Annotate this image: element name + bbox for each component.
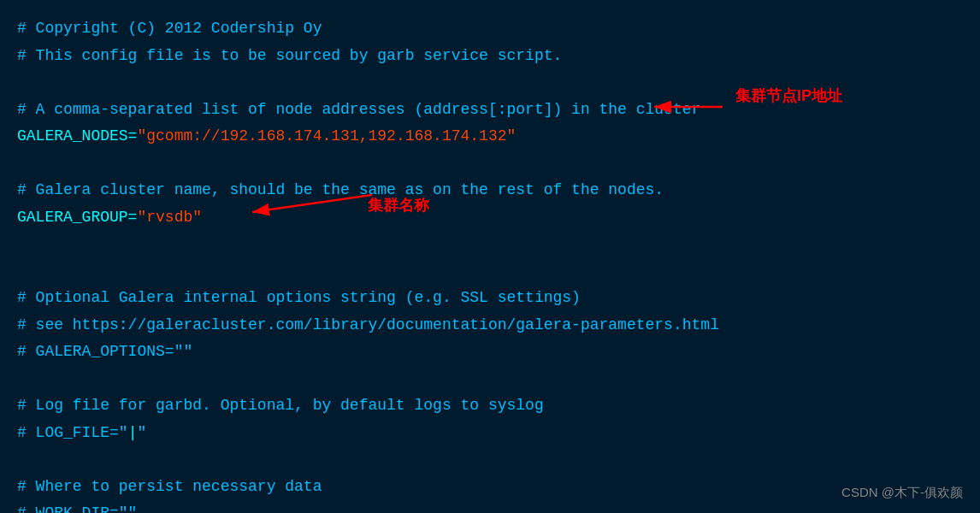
galera-group-val: "rvsdb"	[137, 209, 202, 226]
blank-3	[17, 231, 963, 258]
galera-group-key: GALERA_GROUP=	[17, 209, 137, 226]
galera-nodes-key: GALERA_NODES=	[17, 127, 137, 144]
ip-arrow	[646, 90, 731, 124]
watermark: CSDN @木下-俱欢颜	[841, 485, 963, 501]
galera-nodes-val: "gcomm://192.168.174.131,192.168.174.132…	[137, 127, 516, 144]
line-12: # see https://galeracluster.com/library/…	[17, 312, 963, 339]
blank-2	[17, 150, 963, 178]
line-18: # Where to persist necessary data	[17, 474, 963, 501]
line-15: # Log file for garbd. Optional, by defau…	[17, 392, 963, 420]
svg-line-3	[252, 195, 372, 212]
code-block: # Copyright (C) 2012 Codership Oy # This…	[0, 0, 980, 513]
blank-4	[17, 258, 963, 286]
line-11: # Optional Galera internal options strin…	[17, 285, 963, 312]
line-1: # Copyright (C) 2012 Codership Oy	[17, 15, 963, 43]
line-2: # This config file is to be sourced by g…	[17, 43, 963, 70]
group-arrow	[244, 182, 381, 225]
blank-5	[17, 366, 963, 393]
blank-6	[17, 446, 963, 474]
line-5: GALERA_NODES="gcomm://192.168.174.131,19…	[17, 123, 963, 150]
line-19: # WORK_DIR=""	[17, 500, 963, 513]
line-7: # Galera cluster name, should be the sam…	[17, 177, 963, 204]
line-13: # GALERA_OPTIONS=""	[17, 339, 963, 366]
group-annotation-label: 集群名称	[368, 195, 429, 215]
line-16: # LOG_FILE="|"	[17, 420, 963, 447]
line-8: GALERA_GROUP="rvsdb"	[17, 204, 963, 232]
ip-annotation-label: 集群节点IP地址	[735, 86, 842, 106]
